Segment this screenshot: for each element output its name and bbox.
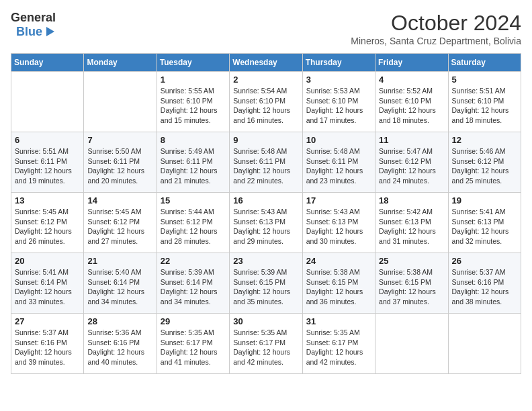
day-number: 25 bbox=[379, 256, 444, 266]
day-info: Sunrise: 5:49 AMSunset: 6:11 PMDaylight:… bbox=[161, 146, 226, 186]
calendar-cell: 5Sunrise: 5:51 AMSunset: 6:10 PMDaylight… bbox=[448, 72, 521, 132]
day-number: 28 bbox=[87, 316, 152, 326]
logo-blue-text: Blue bbox=[16, 25, 42, 39]
calendar-cell: 10Sunrise: 5:48 AMSunset: 6:11 PMDayligh… bbox=[302, 132, 375, 193]
day-info: Sunrise: 5:38 AMSunset: 6:15 PMDaylight:… bbox=[306, 267, 371, 307]
calendar-cell: 13Sunrise: 5:45 AMSunset: 6:12 PMDayligh… bbox=[11, 193, 84, 253]
day-number: 29 bbox=[161, 316, 226, 326]
day-info: Sunrise: 5:50 AMSunset: 6:11 PMDaylight:… bbox=[87, 146, 152, 186]
calendar-cell: 9Sunrise: 5:48 AMSunset: 6:11 PMDaylight… bbox=[230, 132, 302, 193]
calendar-cell: 8Sunrise: 5:49 AMSunset: 6:11 PMDaylight… bbox=[157, 132, 229, 193]
day-info: Sunrise: 5:52 AMSunset: 6:10 PMDaylight:… bbox=[379, 86, 444, 126]
svg-marker-0 bbox=[46, 27, 54, 36]
day-info: Sunrise: 5:38 AMSunset: 6:15 PMDaylight:… bbox=[379, 267, 444, 307]
header-day-sunday: Sunday bbox=[11, 54, 84, 72]
day-info: Sunrise: 5:43 AMSunset: 6:13 PMDaylight:… bbox=[233, 207, 298, 246]
day-info: Sunrise: 5:37 AMSunset: 6:16 PMDaylight:… bbox=[452, 267, 517, 307]
calendar-cell: 2Sunrise: 5:54 AMSunset: 6:10 PMDaylight… bbox=[230, 72, 302, 132]
calendar-cell: 27Sunrise: 5:37 AMSunset: 6:16 PMDayligh… bbox=[11, 314, 84, 374]
calendar-cell: 19Sunrise: 5:41 AMSunset: 6:13 PMDayligh… bbox=[448, 193, 521, 253]
header-day-monday: Monday bbox=[84, 54, 157, 72]
day-number: 7 bbox=[87, 135, 152, 145]
day-info: Sunrise: 5:43 AMSunset: 6:13 PMDaylight:… bbox=[306, 207, 371, 246]
calendar-cell: 14Sunrise: 5:45 AMSunset: 6:12 PMDayligh… bbox=[84, 193, 157, 253]
calendar-week-4: 20Sunrise: 5:41 AMSunset: 6:14 PMDayligh… bbox=[11, 253, 521, 314]
calendar-week-2: 6Sunrise: 5:51 AMSunset: 6:11 PMDaylight… bbox=[11, 132, 521, 193]
day-info: Sunrise: 5:35 AMSunset: 6:17 PMDaylight:… bbox=[306, 328, 371, 367]
calendar-cell: 22Sunrise: 5:39 AMSunset: 6:14 PMDayligh… bbox=[157, 253, 229, 314]
day-number: 1 bbox=[161, 75, 226, 85]
logo-general-text: General bbox=[11, 11, 56, 25]
day-info: Sunrise: 5:44 AMSunset: 6:12 PMDaylight:… bbox=[161, 207, 226, 246]
day-info: Sunrise: 5:51 AMSunset: 6:11 PMDaylight:… bbox=[15, 146, 80, 186]
day-info: Sunrise: 5:40 AMSunset: 6:14 PMDaylight:… bbox=[87, 267, 152, 307]
day-number: 4 bbox=[379, 75, 444, 85]
day-number: 2 bbox=[233, 75, 298, 85]
header-day-thursday: Thursday bbox=[302, 54, 375, 72]
day-info: Sunrise: 5:48 AMSunset: 6:11 PMDaylight:… bbox=[306, 146, 371, 186]
day-number: 9 bbox=[233, 135, 298, 145]
day-info: Sunrise: 5:45 AMSunset: 6:12 PMDaylight:… bbox=[87, 207, 152, 246]
day-number: 19 bbox=[452, 195, 517, 205]
day-info: Sunrise: 5:51 AMSunset: 6:10 PMDaylight:… bbox=[452, 86, 517, 126]
header-day-wednesday: Wednesday bbox=[230, 54, 302, 72]
day-number: 26 bbox=[452, 256, 517, 266]
day-number: 5 bbox=[452, 75, 517, 85]
day-info: Sunrise: 5:41 AMSunset: 6:14 PMDaylight:… bbox=[15, 267, 80, 307]
day-number: 30 bbox=[233, 316, 298, 326]
header-day-saturday: Saturday bbox=[448, 54, 521, 72]
header-day-friday: Friday bbox=[375, 54, 448, 72]
calendar-cell: 20Sunrise: 5:41 AMSunset: 6:14 PMDayligh… bbox=[11, 253, 84, 314]
day-info: Sunrise: 5:46 AMSunset: 6:12 PMDaylight:… bbox=[452, 146, 517, 186]
calendar-cell: 11Sunrise: 5:47 AMSunset: 6:12 PMDayligh… bbox=[375, 132, 448, 193]
calendar-cell: 1Sunrise: 5:55 AMSunset: 6:10 PMDaylight… bbox=[157, 72, 229, 132]
calendar-cell: 4Sunrise: 5:52 AMSunset: 6:10 PMDaylight… bbox=[375, 72, 448, 132]
day-info: Sunrise: 5:45 AMSunset: 6:12 PMDaylight:… bbox=[15, 207, 80, 246]
day-number: 23 bbox=[233, 256, 298, 266]
day-number: 16 bbox=[233, 195, 298, 205]
day-info: Sunrise: 5:35 AMSunset: 6:17 PMDaylight:… bbox=[161, 328, 226, 367]
month-title: October 2024 bbox=[351, 11, 521, 36]
header-day-tuesday: Tuesday bbox=[157, 54, 229, 72]
calendar-cell: 12Sunrise: 5:46 AMSunset: 6:12 PMDayligh… bbox=[448, 132, 521, 193]
day-number: 21 bbox=[87, 256, 152, 266]
page-header: General Blue October 2024 Mineros, Santa… bbox=[11, 11, 521, 46]
day-number: 14 bbox=[87, 195, 152, 205]
day-info: Sunrise: 5:37 AMSunset: 6:16 PMDaylight:… bbox=[15, 328, 80, 367]
calendar-week-3: 13Sunrise: 5:45 AMSunset: 6:12 PMDayligh… bbox=[11, 193, 521, 253]
calendar-week-5: 27Sunrise: 5:37 AMSunset: 6:16 PMDayligh… bbox=[11, 314, 521, 374]
calendar-table: SundayMondayTuesdayWednesdayThursdayFrid… bbox=[11, 53, 521, 374]
day-number: 11 bbox=[379, 135, 444, 145]
calendar-cell bbox=[448, 314, 521, 374]
day-number: 10 bbox=[306, 135, 371, 145]
calendar-cell: 25Sunrise: 5:38 AMSunset: 6:15 PMDayligh… bbox=[375, 253, 448, 314]
calendar-cell: 21Sunrise: 5:40 AMSunset: 6:14 PMDayligh… bbox=[84, 253, 157, 314]
day-info: Sunrise: 5:53 AMSunset: 6:10 PMDaylight:… bbox=[306, 86, 371, 126]
calendar-body: 1Sunrise: 5:55 AMSunset: 6:10 PMDaylight… bbox=[11, 72, 521, 374]
day-number: 27 bbox=[15, 316, 80, 326]
day-info: Sunrise: 5:54 AMSunset: 6:10 PMDaylight:… bbox=[233, 86, 298, 126]
day-number: 18 bbox=[379, 195, 444, 205]
calendar-cell: 23Sunrise: 5:39 AMSunset: 6:15 PMDayligh… bbox=[230, 253, 302, 314]
day-info: Sunrise: 5:55 AMSunset: 6:10 PMDaylight:… bbox=[161, 86, 226, 126]
day-number: 22 bbox=[161, 256, 226, 266]
day-number: 24 bbox=[306, 256, 371, 266]
day-info: Sunrise: 5:35 AMSunset: 6:17 PMDaylight:… bbox=[233, 328, 298, 367]
calendar-cell: 17Sunrise: 5:43 AMSunset: 6:13 PMDayligh… bbox=[302, 193, 375, 253]
calendar-cell: 29Sunrise: 5:35 AMSunset: 6:17 PMDayligh… bbox=[157, 314, 229, 374]
day-number: 8 bbox=[161, 135, 226, 145]
calendar-cell: 26Sunrise: 5:37 AMSunset: 6:16 PMDayligh… bbox=[448, 253, 521, 314]
day-info: Sunrise: 5:47 AMSunset: 6:12 PMDaylight:… bbox=[379, 146, 444, 186]
day-number: 31 bbox=[306, 316, 371, 326]
day-info: Sunrise: 5:39 AMSunset: 6:15 PMDaylight:… bbox=[233, 267, 298, 307]
day-info: Sunrise: 5:48 AMSunset: 6:11 PMDaylight:… bbox=[233, 146, 298, 186]
calendar-cell bbox=[375, 314, 448, 374]
calendar-cell: 31Sunrise: 5:35 AMSunset: 6:17 PMDayligh… bbox=[302, 314, 375, 374]
day-number: 20 bbox=[15, 256, 80, 266]
calendar-cell: 18Sunrise: 5:42 AMSunset: 6:13 PMDayligh… bbox=[375, 193, 448, 253]
location-subtitle: Mineros, Santa Cruz Department, Bolivia bbox=[351, 36, 521, 46]
logo-icon bbox=[44, 26, 56, 38]
title-section: October 2024 Mineros, Santa Cruz Departm… bbox=[351, 11, 521, 46]
calendar-cell: 16Sunrise: 5:43 AMSunset: 6:13 PMDayligh… bbox=[230, 193, 302, 253]
day-number: 17 bbox=[306, 195, 371, 205]
